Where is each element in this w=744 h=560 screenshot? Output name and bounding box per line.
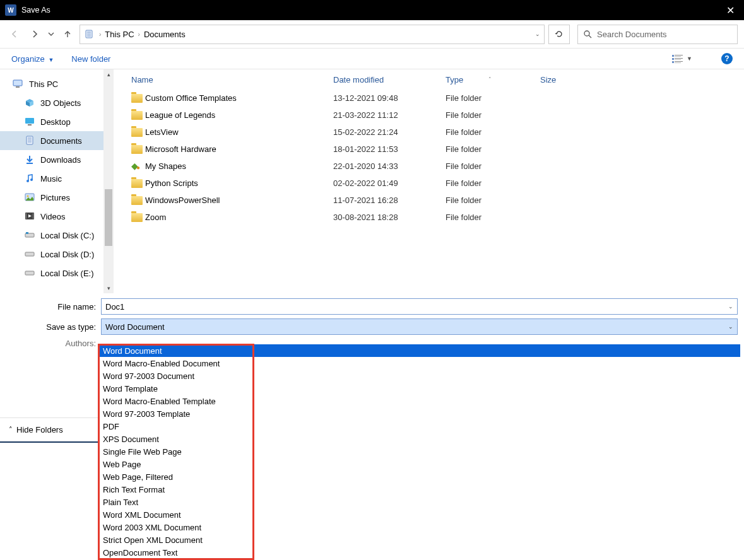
filename-label: File name: [6,302,101,312]
file-type-option[interactable]: Word 97-2003 Template [98,407,740,420]
window-title: Save As [21,6,721,15]
hide-folders-button[interactable]: ˄ Hide Folders [0,417,98,443]
file-name: Python Scripts [145,178,333,188]
file-type-dropdown[interactable]: Word DocumentWord Macro-Enabled Document… [98,344,740,559]
new-folder-button[interactable]: New folder [71,54,110,64]
file-type-option[interactable]: Word 97-2003 Document [98,370,740,382]
breadcrumb-current[interactable]: Documents [143,28,187,40]
address-bar[interactable]: › This PC › Documents ⌄ [80,25,545,44]
tree-item-documents[interactable]: Documents [0,131,114,150]
organize-menu[interactable]: Organize ▼ [11,54,54,64]
chevron-right-icon: › [138,31,140,38]
file-type-option[interactable]: Web Page [98,458,740,470]
tree-item-label: Music [40,174,62,184]
folder-icon [131,145,145,154]
file-type-option[interactable]: Strict Open XML Document [98,534,740,546]
sort-asc-icon: ˄ [488,76,492,83]
file-row[interactable]: LetsView15-02-2022 21:24File folder [131,124,736,141]
col-type[interactable]: Type˄ [446,75,540,85]
view-button[interactable]: ▼ [671,54,692,64]
file-row[interactable]: WindowsPowerShell11-07-2021 16:28File fo… [131,192,736,209]
file-pane: Name Date modified Type˄ Size Custom Off… [114,69,744,293]
svg-rect-29 [26,213,27,219]
breadcrumb-root[interactable]: This PC [103,28,135,40]
forward-button[interactable] [27,26,43,42]
tree-item-disk-d[interactable]: Local Disk (D:) [0,245,114,264]
file-name: Custom Office Templates [145,93,333,103]
file-date: 30-08-2021 18:28 [333,213,446,222]
svg-point-24 [27,180,29,182]
tree-item-disk-c[interactable]: Local Disk (C:) [0,226,114,245]
tree-item-music[interactable]: Music [0,169,114,188]
help-button[interactable]: ? [721,53,733,64]
caret-down-icon: ▼ [687,55,692,62]
tree-item-3dobjects[interactable]: 3D Objects [0,93,114,112]
file-row[interactable]: League of Legends21-03-2022 11:12File fo… [131,107,736,124]
location-icon [84,29,94,39]
tree-item-disk-e[interactable]: Local Disk (E:) [0,264,114,283]
videos-icon [24,211,35,222]
file-type-option[interactable]: Word XML Document [98,508,740,521]
save-type-select[interactable]: Word Document ⌄ [101,318,738,335]
shapes-folder-icon [131,161,145,172]
file-type-option[interactable]: Word 2003 XML Document [98,521,740,534]
svg-rect-13 [675,61,683,62]
scroll-up-icon[interactable]: ▴ [103,69,114,79]
tree-item-pictures[interactable]: Pictures [0,188,114,207]
up-button[interactable] [59,26,76,42]
file-type-option[interactable]: Web Page, Filtered [98,470,740,483]
word-app-icon: W [5,4,16,16]
file-date: 11-07-2021 16:28 [333,195,446,205]
col-size[interactable]: Size [540,75,603,85]
svg-rect-8 [675,56,681,57]
music-icon [24,173,35,184]
tree-item-downloads[interactable]: Downloads [0,150,114,169]
file-type-option[interactable]: Single File Web Page [98,445,740,458]
file-type-option[interactable]: OpenDocument Text [98,546,740,559]
file-date: 02-02-2022 01:49 [333,178,446,188]
chevron-right-icon: › [99,31,101,38]
scroll-down-icon[interactable]: ▾ [103,283,114,293]
file-type-option[interactable]: XPS Document [98,433,740,445]
tree-item-label: Local Disk (E:) [40,269,94,278]
titlebar: W Save As ✕ [0,0,744,20]
svg-rect-9 [672,58,674,60]
tree-item-desktop[interactable]: Desktop [0,112,114,131]
file-type-option[interactable]: Plain Text [98,496,740,508]
file-type-option[interactable]: Word Document [98,344,740,357]
col-date[interactable]: Date modified [333,75,446,85]
dropdown-caret-icon[interactable]: ⌄ [728,324,733,330]
scroll-thumb[interactable] [105,189,112,246]
file-row[interactable]: Zoom30-08-2021 18:28File folder [131,209,736,226]
file-row[interactable]: Microsoft Hardware18-01-2022 11:53File f… [131,141,736,158]
svg-rect-30 [33,213,33,219]
tree-root-thispc[interactable]: This PC [0,74,114,93]
svg-rect-17 [25,118,34,124]
search-icon [583,30,592,38]
address-dropdown[interactable]: ⌄ [535,31,540,37]
history-dropdown[interactable] [47,26,56,42]
search-input[interactable] [597,30,732,39]
tree-item-videos[interactable]: Videos [0,207,114,226]
svg-rect-34 [25,271,34,275]
save-type-value: Word Document [105,322,165,332]
folder-icon [131,128,145,137]
file-type-option[interactable]: PDF [98,420,740,433]
refresh-button[interactable] [548,25,570,44]
col-name[interactable]: Name [131,75,333,85]
back-button[interactable] [6,26,23,42]
search-box[interactable] [577,25,738,44]
svg-rect-7 [675,55,683,55]
file-row[interactable]: Custom Office Templates13-12-2021 09:48F… [131,90,736,107]
dropdown-caret-icon[interactable]: ⌄ [728,303,733,310]
nav-scrollbar[interactable]: ▴ ▾ [103,69,114,293]
file-type-option[interactable]: Rich Text Format [98,483,740,496]
filename-input[interactable]: Doc1 ⌄ [101,298,738,315]
file-row[interactable]: My Shapes22-01-2020 14:33File folder [131,158,736,175]
file-type-option[interactable]: Word Macro-Enabled Document [98,357,740,370]
close-button[interactable]: ✕ [721,4,739,16]
file-name: My Shapes [145,161,333,171]
file-row[interactable]: Python Scripts02-02-2022 01:49File folde… [131,175,736,192]
file-type-option[interactable]: Word Template [98,382,740,395]
file-type-option[interactable]: Word Macro-Enabled Template [98,395,740,407]
